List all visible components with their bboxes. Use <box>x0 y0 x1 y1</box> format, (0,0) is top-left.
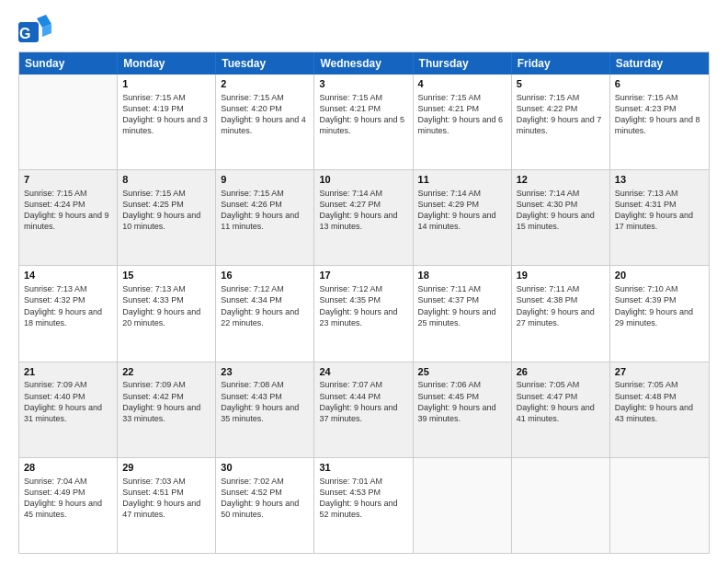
sunrise-text: Sunrise: 7:13 AM <box>24 283 112 294</box>
calendar-cell: 31Sunrise: 7:01 AMSunset: 4:53 PMDayligh… <box>314 458 413 553</box>
day-number: 20 <box>615 269 704 282</box>
day-number: 29 <box>122 461 210 475</box>
daylight-text: Daylight: 9 hours and 22 minutes. <box>221 306 309 328</box>
daylight-text: Daylight: 9 hours and 23 minutes. <box>319 306 407 328</box>
daylight-text: Daylight: 9 hours and 35 minutes. <box>221 402 309 424</box>
day-number: 26 <box>517 365 605 379</box>
calendar-row-4: 28Sunrise: 7:04 AMSunset: 4:49 PMDayligh… <box>19 457 709 553</box>
sunrise-text: Sunrise: 7:11 AM <box>517 283 605 294</box>
daylight-text: Daylight: 9 hours and 17 minutes. <box>615 210 704 232</box>
calendar-cell: 3Sunrise: 7:15 AMSunset: 4:21 PMDaylight… <box>314 75 413 169</box>
calendar-cell: 1Sunrise: 7:15 AMSunset: 4:19 PMDaylight… <box>118 75 216 169</box>
header-day-monday: Monday <box>118 52 216 75</box>
sunset-text: Sunset: 4:21 PM <box>418 103 506 114</box>
sunset-text: Sunset: 4:27 PM <box>319 199 407 210</box>
page: G SundayMondayTuesdayWednesdayThursdayFr… <box>0 0 728 563</box>
sunrise-text: Sunrise: 7:08 AM <box>221 379 309 390</box>
sunset-text: Sunset: 4:37 PM <box>418 294 506 305</box>
calendar-cell: 25Sunrise: 7:06 AMSunset: 4:45 PMDayligh… <box>414 362 512 457</box>
day-number: 2 <box>221 77 309 91</box>
day-number: 28 <box>24 461 112 475</box>
sunset-text: Sunset: 4:32 PM <box>24 294 112 305</box>
header-day-sunday: Sunday <box>19 52 118 75</box>
daylight-text: Daylight: 9 hours and 52 minutes. <box>319 498 407 520</box>
day-number: 6 <box>615 77 704 91</box>
sunset-text: Sunset: 4:40 PM <box>24 391 112 402</box>
sunset-text: Sunset: 4:38 PM <box>517 294 605 305</box>
header-day-wednesday: Wednesday <box>314 52 413 75</box>
calendar-cell: 14Sunrise: 7:13 AMSunset: 4:32 PMDayligh… <box>19 266 118 361</box>
daylight-text: Daylight: 9 hours and 47 minutes. <box>122 498 210 520</box>
sunrise-text: Sunrise: 7:15 AM <box>221 188 309 199</box>
sunrise-text: Sunrise: 7:07 AM <box>319 379 407 390</box>
daylight-text: Daylight: 9 hours and 14 minutes. <box>418 210 506 232</box>
day-number: 1 <box>122 77 210 91</box>
sunset-text: Sunset: 4:24 PM <box>24 199 112 210</box>
daylight-text: Daylight: 9 hours and 7 minutes. <box>517 114 605 136</box>
calendar-cell <box>19 75 118 169</box>
sunset-text: Sunset: 4:19 PM <box>122 103 210 114</box>
calendar-cell: 13Sunrise: 7:13 AMSunset: 4:31 PMDayligh… <box>610 170 709 265</box>
calendar-cell: 8Sunrise: 7:15 AMSunset: 4:25 PMDaylight… <box>118 170 216 265</box>
calendar: SundayMondayTuesdayWednesdayThursdayFrid… <box>18 52 710 554</box>
calendar-cell: 23Sunrise: 7:08 AMSunset: 4:43 PMDayligh… <box>216 362 314 457</box>
sunrise-text: Sunrise: 7:15 AM <box>122 188 210 199</box>
day-number: 15 <box>122 269 210 282</box>
sunrise-text: Sunrise: 7:09 AM <box>122 379 210 390</box>
sunrise-text: Sunrise: 7:12 AM <box>221 283 309 294</box>
day-number: 17 <box>319 269 407 282</box>
header-day-friday: Friday <box>512 52 610 75</box>
day-number: 21 <box>24 365 112 379</box>
header-day-saturday: Saturday <box>610 52 709 75</box>
day-number: 4 <box>418 77 506 91</box>
day-number: 23 <box>221 365 309 379</box>
daylight-text: Daylight: 9 hours and 27 minutes. <box>517 306 605 328</box>
calendar-cell: 16Sunrise: 7:12 AMSunset: 4:34 PMDayligh… <box>216 266 314 361</box>
sunrise-text: Sunrise: 7:15 AM <box>319 92 407 103</box>
daylight-text: Daylight: 9 hours and 10 minutes. <box>122 210 210 232</box>
sunrise-text: Sunrise: 7:06 AM <box>418 379 506 390</box>
calendar-row-1: 7Sunrise: 7:15 AMSunset: 4:24 PMDaylight… <box>19 169 709 265</box>
calendar-cell: 17Sunrise: 7:12 AMSunset: 4:35 PMDayligh… <box>314 266 413 361</box>
sunrise-text: Sunrise: 7:12 AM <box>319 283 407 294</box>
sunset-text: Sunset: 4:45 PM <box>418 391 506 402</box>
sunrise-text: Sunrise: 7:15 AM <box>24 188 112 199</box>
calendar-cell: 22Sunrise: 7:09 AMSunset: 4:42 PMDayligh… <box>118 362 216 457</box>
sunrise-text: Sunrise: 7:13 AM <box>615 188 704 199</box>
sunset-text: Sunset: 4:22 PM <box>517 103 605 114</box>
daylight-text: Daylight: 9 hours and 45 minutes. <box>24 498 112 520</box>
calendar-cell <box>512 458 610 553</box>
sunrise-text: Sunrise: 7:15 AM <box>221 92 309 103</box>
daylight-text: Daylight: 9 hours and 20 minutes. <box>122 306 210 328</box>
calendar-cell: 20Sunrise: 7:10 AMSunset: 4:39 PMDayligh… <box>610 266 709 361</box>
day-number: 19 <box>517 269 605 282</box>
sunset-text: Sunset: 4:29 PM <box>418 199 506 210</box>
day-number: 14 <box>24 269 112 282</box>
sunrise-text: Sunrise: 7:02 AM <box>221 476 309 487</box>
calendar-cell: 19Sunrise: 7:11 AMSunset: 4:38 PMDayligh… <box>512 266 610 361</box>
daylight-text: Daylight: 9 hours and 4 minutes. <box>221 114 309 136</box>
sunrise-text: Sunrise: 7:14 AM <box>517 188 605 199</box>
header: G <box>18 15 710 44</box>
daylight-text: Daylight: 9 hours and 8 minutes. <box>615 114 704 136</box>
sunrise-text: Sunrise: 7:03 AM <box>122 476 210 487</box>
sunset-text: Sunset: 4:20 PM <box>221 103 309 114</box>
daylight-text: Daylight: 9 hours and 3 minutes. <box>122 114 210 136</box>
sunrise-text: Sunrise: 7:09 AM <box>24 379 112 390</box>
sunrise-text: Sunrise: 7:14 AM <box>418 188 506 199</box>
sunset-text: Sunset: 4:51 PM <box>122 487 210 498</box>
sunrise-text: Sunrise: 7:01 AM <box>319 476 407 487</box>
daylight-text: Daylight: 9 hours and 29 minutes. <box>615 306 704 328</box>
calendar-cell: 30Sunrise: 7:02 AMSunset: 4:52 PMDayligh… <box>216 458 314 553</box>
calendar-cell: 15Sunrise: 7:13 AMSunset: 4:33 PMDayligh… <box>118 266 216 361</box>
sunrise-text: Sunrise: 7:11 AM <box>418 283 506 294</box>
sunrise-text: Sunrise: 7:04 AM <box>24 476 112 487</box>
day-number: 25 <box>418 365 506 379</box>
calendar-cell: 9Sunrise: 7:15 AMSunset: 4:26 PMDaylight… <box>216 170 314 265</box>
daylight-text: Daylight: 9 hours and 41 minutes. <box>517 402 605 424</box>
daylight-text: Daylight: 9 hours and 11 minutes. <box>221 210 309 232</box>
calendar-row-2: 14Sunrise: 7:13 AMSunset: 4:32 PMDayligh… <box>19 265 709 361</box>
sunrise-text: Sunrise: 7:05 AM <box>517 379 605 390</box>
day-number: 11 <box>418 173 506 187</box>
sunrise-text: Sunrise: 7:14 AM <box>319 188 407 199</box>
